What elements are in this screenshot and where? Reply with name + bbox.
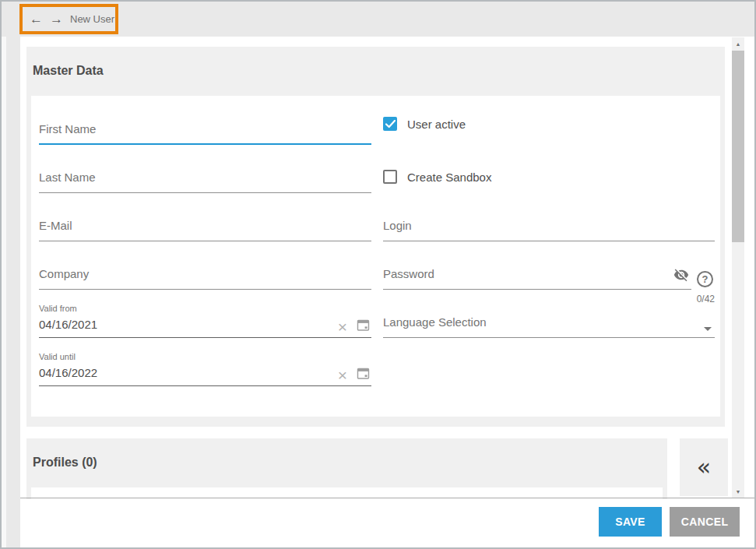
valid-from-input[interactable] (39, 315, 272, 331)
email-field (39, 215, 371, 241)
login-field (383, 215, 715, 241)
checkbox-icon (383, 170, 397, 184)
valid-from-clear-icon[interactable]: × (338, 320, 347, 334)
footer-divider (20, 498, 754, 498)
collapse-panel-button[interactable]: « (680, 438, 728, 496)
password-input[interactable] (383, 263, 691, 290)
profiles-title: Profiles (0) (33, 456, 97, 470)
topbar: ← → New User (2, 2, 754, 37)
first-name-field (39, 118, 371, 145)
login-input[interactable] (383, 215, 715, 241)
vertical-scrollbar[interactable]: ▲ ▼ (732, 37, 744, 498)
valid-until-clear-icon[interactable]: × (338, 368, 347, 382)
valid-until-label: Valid until (39, 352, 371, 364)
master-data-section: Master Data Valid from × (26, 47, 725, 427)
dropdown-arrow-icon[interactable] (704, 327, 712, 331)
visibility-off-icon[interactable] (673, 267, 690, 286)
last-name-input[interactable] (39, 167, 371, 193)
first-name-input[interactable] (39, 118, 371, 145)
collapse-chevrons-icon: « (697, 456, 711, 479)
email-input[interactable] (39, 215, 371, 241)
valid-from-calendar-icon[interactable] (357, 318, 370, 335)
company-input[interactable] (39, 263, 371, 290)
create-sandbox-label: Create Sandbox (407, 171, 491, 184)
master-data-title: Master Data (33, 64, 104, 78)
valid-until-input[interactable] (39, 364, 272, 379)
language-selection-input[interactable] (383, 311, 715, 338)
cancel-button[interactable]: CANCEL (670, 507, 740, 537)
new-user-window: ← → New User Master Data Valid fro (0, 0, 756, 549)
user-active-label: User active (407, 118, 466, 131)
annotation-highlight-box: ← → New User (19, 4, 118, 34)
valid-until-calendar-icon[interactable] (357, 367, 370, 383)
page-title: New User (70, 13, 114, 25)
forward-arrow-icon[interactable]: → (50, 12, 63, 26)
scrollbar-thumb[interactable] (732, 51, 744, 242)
valid-from-label: Valid from (39, 304, 371, 315)
profiles-section: Profiles (0) (26, 438, 667, 499)
language-selection-field (383, 311, 715, 338)
create-sandbox-checkbox[interactable]: Create Sandbox (383, 170, 491, 184)
password-help-icon[interactable]: ? (697, 271, 713, 287)
password-field (383, 263, 691, 290)
company-field (39, 263, 371, 290)
checkbox-icon (383, 117, 397, 131)
valid-until-field: Valid until × (39, 352, 371, 386)
valid-from-field: Valid from × (39, 304, 371, 338)
master-data-card: Valid from × Valid until × (31, 96, 720, 417)
password-char-counter: 0/42 (383, 294, 715, 304)
scrollbar-up-icon[interactable]: ▲ (732, 37, 744, 50)
last-name-field (39, 167, 371, 193)
save-button[interactable]: SAVE (599, 507, 662, 537)
user-active-checkbox[interactable]: User active (383, 117, 466, 131)
scrollbar-down-icon[interactable]: ▼ (732, 485, 744, 498)
back-arrow-icon[interactable]: ← (30, 12, 43, 26)
left-gutter (6, 37, 20, 547)
